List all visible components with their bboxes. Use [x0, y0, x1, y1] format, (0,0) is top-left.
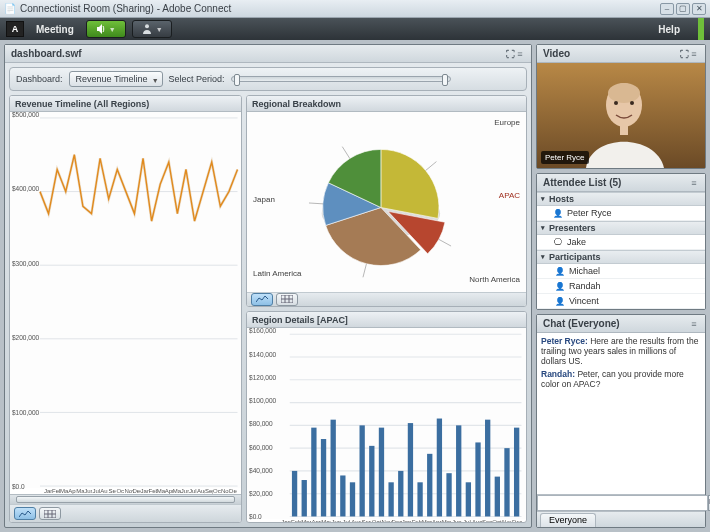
pie-label-apac: APAC [499, 191, 520, 200]
slider-handle-end[interactable] [442, 74, 448, 86]
svg-rect-39 [379, 428, 384, 517]
svg-rect-34 [331, 420, 336, 517]
attendee-item[interactable]: 👤Michael [537, 264, 705, 279]
svg-rect-30 [292, 471, 297, 517]
grid-icon [281, 295, 293, 303]
grid-icon [44, 510, 56, 518]
svg-line-15 [309, 203, 323, 204]
pod-options-icon[interactable]: ≡ [689, 178, 699, 188]
chat-input[interactable] [537, 495, 708, 511]
pod-fullscreen-icon[interactable]: ⛶ [679, 49, 689, 59]
chart-view-button[interactable] [14, 507, 36, 520]
maximize-button[interactable]: ▢ [676, 3, 690, 15]
charts-row: Revenue Timeline (All Regions) $0.0$100,… [9, 95, 527, 523]
video-name-plate: Peter Ryce [541, 151, 589, 164]
minimize-button[interactable]: – [660, 3, 674, 15]
chevron-down-icon: ▾ [541, 224, 545, 232]
svg-line-13 [439, 239, 451, 246]
chat-input-row [537, 494, 705, 511]
region-details-xaxis: JanFebMarAprMayJunJulAugSepOctNovDecJanF… [247, 519, 526, 523]
svg-rect-49 [475, 442, 480, 516]
close-button[interactable]: ✕ [692, 3, 706, 15]
pod-options-icon[interactable]: ≡ [515, 49, 525, 59]
period-slider[interactable] [231, 76, 451, 82]
pod-options-icon[interactable]: ≡ [689, 319, 699, 329]
right-column: Video ⛶ ≡ Peter Ryce [536, 44, 706, 528]
region-details-title: Region Details [APAC] [247, 312, 526, 328]
chat-tabbar: Everyone [537, 511, 705, 527]
attendee-pod: Attendee List (5) ≡ ▾Hosts 👤Peter Ryce ▾… [536, 173, 706, 310]
svg-line-14 [363, 264, 366, 278]
svg-rect-48 [466, 482, 471, 516]
connection-indicator [698, 18, 704, 40]
svg-rect-44 [427, 454, 432, 517]
line-chart-icon [19, 510, 31, 518]
svg-rect-41 [398, 471, 403, 517]
revenue-timeline-scroll[interactable] [10, 494, 241, 504]
attendee-item[interactable]: 👤Vincent [537, 294, 705, 309]
svg-rect-46 [446, 473, 451, 516]
attendee-group-hosts[interactable]: ▾Hosts [537, 192, 705, 206]
attendee-item[interactable]: 👤Peter Ryce [537, 206, 705, 221]
attendee-item[interactable]: 👤Randah [537, 279, 705, 294]
grid-view-button[interactable] [39, 507, 61, 520]
adobe-logo-icon: A [6, 21, 24, 37]
chart-view-button[interactable] [251, 293, 273, 306]
line-chart-icon [256, 295, 268, 303]
chevron-down-icon: ▾ [541, 195, 545, 203]
svg-rect-45 [437, 419, 442, 517]
svg-rect-42 [408, 423, 413, 516]
chat-pod: Chat (Everyone) ≡ Peter Ryce: Here are t… [536, 314, 706, 528]
video-pod: Video ⛶ ≡ Peter Ryce [536, 44, 706, 169]
video-stream[interactable]: Peter Ryce [537, 63, 705, 168]
chevron-down-icon: ▾ [541, 253, 545, 261]
meeting-menu[interactable]: Meeting [30, 22, 80, 37]
dashboard-select[interactable]: Revenue Timeline [69, 71, 163, 87]
pie-label-europe: Europe [494, 118, 520, 127]
grid-view-button[interactable] [276, 293, 298, 306]
dashboard-toolbar: Dashboard: Revenue Timeline Select Perio… [9, 67, 527, 91]
regional-breakdown-title: Regional Breakdown [247, 96, 526, 112]
revenue-timeline-title: Revenue Timeline (All Regions) [10, 96, 241, 112]
revenue-timeline-chart: $0.0$100,000$200,000$300,000$400,000$500… [10, 112, 241, 488]
svg-rect-37 [360, 425, 365, 516]
attendee-item[interactable]: 🖵Jake [537, 235, 705, 250]
app-menubar: A Meeting ▼ ▼ Help [0, 18, 710, 40]
revenue-timeline-panel: Revenue Timeline (All Regions) $0.0$100,… [9, 95, 242, 523]
chat-tab-everyone[interactable]: Everyone [540, 513, 596, 527]
audio-button[interactable]: ▼ [86, 20, 126, 38]
window-titlebar: 📄 Connectionist Room (Sharing) - Adobe C… [0, 0, 710, 18]
attendee-title: Attendee List [543, 177, 606, 188]
slider-handle-start[interactable] [234, 74, 240, 86]
svg-line-16 [342, 147, 350, 159]
regional-view-toggle [247, 292, 526, 306]
svg-rect-53 [514, 428, 519, 517]
chat-message: Randah: Peter, can you provide more colo… [541, 369, 701, 389]
chat-log: Peter Ryce: Here are the results from th… [537, 333, 705, 494]
scroll-thumb[interactable] [16, 496, 235, 503]
attendee-list: ▾Hosts 👤Peter Ryce ▾Presenters 🖵Jake ▾Pa… [537, 192, 705, 309]
dashboard-body: Dashboard: Revenue Timeline Select Perio… [5, 63, 531, 527]
app-icon: 📄 [4, 3, 16, 14]
participant-icon: 👤 [555, 296, 565, 306]
chat-message: Peter Ryce: Here are the results from th… [541, 336, 701, 366]
chat-title: Chat (Everyone) [543, 318, 620, 329]
svg-rect-35 [340, 475, 345, 516]
share-pod-header: dashboard.swf ⛶ ≡ [5, 45, 531, 63]
window-title: Connectionist Room (Sharing) - Adobe Con… [20, 3, 656, 14]
help-menu[interactable]: Help [650, 22, 688, 37]
workspace: dashboard.swf ⛶ ≡ Dashboard: Revenue Tim… [0, 40, 710, 532]
pod-fullscreen-icon[interactable]: ⛶ [505, 49, 515, 59]
chevron-down-icon: ▼ [156, 26, 163, 33]
dashboard-label: Dashboard: [16, 74, 63, 84]
raise-hand-button[interactable]: ▼ [132, 20, 172, 38]
svg-rect-50 [485, 420, 490, 517]
participant-icon: 👤 [555, 281, 565, 291]
attendee-group-participants[interactable]: ▾Participants [537, 250, 705, 264]
pod-options-icon[interactable]: ≡ [689, 49, 699, 59]
host-icon: 👤 [553, 208, 563, 218]
presenter-icon: 🖵 [553, 237, 563, 247]
attendee-group-presenters[interactable]: ▾Presenters [537, 221, 705, 235]
svg-point-0 [145, 24, 149, 28]
regional-breakdown-panel: Regional Breakdown Europe APAC North Ame… [246, 95, 527, 307]
